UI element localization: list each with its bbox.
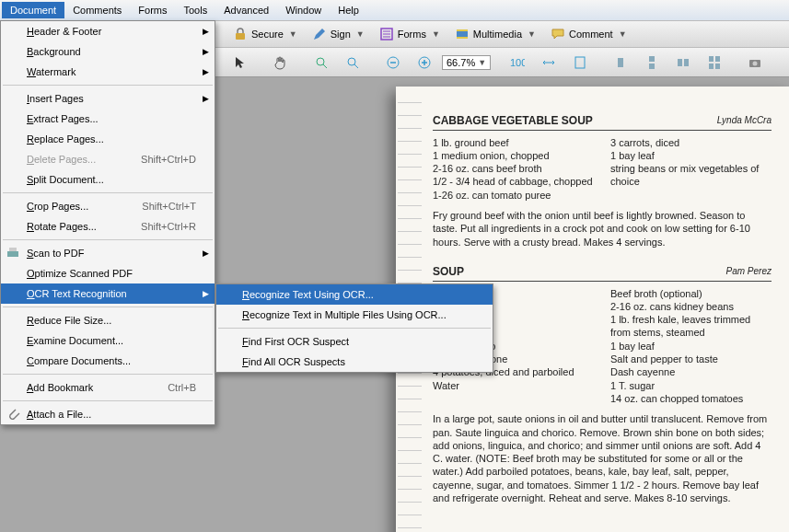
zoom-in[interactable] — [411, 52, 438, 74]
ingredient-line: 2-16 oz. cans kidney beans — [610, 300, 772, 313]
sign-button[interactable]: Sign▼ — [306, 23, 371, 45]
document-menu-item-10[interactable]: Crop Pages...Shift+Ctrl+T — [1, 196, 215, 216]
document-menu-item-2[interactable]: Watermark▶ — [1, 62, 215, 82]
ocr-menu-item-1[interactable]: Recognize Text in Multiple Files Using O… — [216, 305, 493, 325]
ingredient-line: 1/2 - 3/4 head of cabbage, chopped — [433, 175, 594, 188]
comment-button[interactable]: Comment▼ — [544, 23, 633, 45]
document-menu-item-11[interactable]: Rotate Pages...Shift+Ctrl+R — [1, 216, 215, 237]
menu-item-label: Examine Document... — [27, 335, 123, 346]
zoom-dynamic[interactable] — [339, 52, 366, 74]
minus-icon — [386, 55, 400, 70]
view-cont-facing[interactable] — [701, 52, 728, 74]
menu-help[interactable]: Help — [330, 2, 367, 18]
menu-advanced[interactable]: Advanced — [215, 2, 277, 18]
menu-item-label: Optimize Scanned PDF — [27, 268, 133, 279]
bubble-icon — [551, 27, 565, 41]
ingredient-line: 14 oz. can chopped tomatoes — [610, 392, 772, 405]
svg-line-11 — [354, 64, 358, 68]
ocr-menu-item-3[interactable]: Find First OCR Suspect — [216, 331, 493, 352]
document-menu-item-14[interactable]: Optimize Scanned PDF — [1, 263, 215, 283]
ingredient-line: 1 lb. fresh kale, leaves trimmed from st… — [610, 313, 772, 340]
fit-width[interactable] — [535, 52, 563, 74]
menu-item-label: Recognize Text Using OCR... — [242, 289, 374, 300]
document-menu-item-21[interactable]: Add BookmarkCtrl+B — [1, 377, 215, 398]
document-menu-item-1[interactable]: Background▶ — [1, 41, 215, 62]
zoom-input[interactable]: 66.7% ▼ — [442, 55, 491, 70]
ocr-menu-item-0[interactable]: Recognize Text Using OCR... — [216, 284, 493, 305]
film-icon — [455, 27, 470, 41]
svg-point-10 — [348, 58, 355, 65]
chevron-down-icon: ▼ — [478, 58, 486, 67]
svg-text:100: 100 — [510, 57, 525, 68]
document-menu-item-5[interactable]: Extract Pages... — [1, 109, 215, 129]
menu-forms[interactable]: Forms — [130, 2, 175, 18]
document-menu-item-18[interactable]: Examine Document... — [1, 330, 215, 351]
menu-item-label: OCR Text Recognition — [27, 288, 127, 299]
document-menu-item-15[interactable]: OCR Text Recognition▶ — [1, 283, 215, 304]
recipe1-title: CABBAGE VEGETABLE SOUP — [433, 114, 593, 129]
view-cont[interactable] — [638, 52, 666, 74]
secure-button[interactable]: Secure▼ — [226, 23, 304, 45]
svg-rect-6 — [457, 29, 468, 31]
menu-item-label: Recognize Text in Multiple Files Using O… — [242, 309, 447, 320]
camera-icon — [748, 55, 762, 70]
menu-separator — [3, 85, 213, 86]
submenu-arrow-icon: ▶ — [203, 27, 209, 36]
menu-item-label: Find First OCR Suspect — [242, 336, 349, 347]
ocr-submenu: Recognize Text Using OCR...Recognize Tex… — [215, 283, 493, 373]
scanner-icon — [6, 246, 20, 260]
snapshot-tool[interactable] — [741, 52, 769, 74]
document-menu-item-4[interactable]: Insert Pages▶ — [1, 88, 215, 109]
ocr-menu-item-4[interactable]: Find All OCR Suspects — [216, 352, 493, 372]
recipe1-left-col: 1 lb. ground beef1 medium onion, chopped… — [433, 136, 594, 202]
fit-100[interactable]: 100 — [504, 52, 531, 74]
view-facing[interactable] — [669, 52, 697, 74]
menu-comments[interactable]: Comments — [64, 2, 130, 18]
bookmark-tool[interactable] — [782, 52, 789, 74]
zoom-out[interactable] — [379, 52, 407, 74]
multimedia-button[interactable]: Multimedia▼ — [448, 23, 542, 45]
document-menu-item-8[interactable]: Split Document... — [1, 169, 215, 190]
document-menu-item-13[interactable]: Scan to PDF▶ — [1, 243, 215, 263]
select-tool[interactable] — [226, 52, 254, 74]
fit-width-icon — [541, 55, 556, 70]
svg-point-8 — [317, 58, 324, 65]
svg-rect-19 — [618, 58, 623, 67]
shortcut-label: Shift+Ctrl+D — [141, 154, 196, 165]
forms-button[interactable]: Forms▼ — [373, 23, 447, 45]
lock-icon — [233, 27, 248, 41]
hand-tool[interactable] — [267, 52, 295, 74]
fit-page[interactable] — [566, 52, 594, 74]
ingredient-line: 1 bay leaf — [610, 340, 772, 353]
document-menu-item-0[interactable]: Header & Footer▶ — [1, 21, 215, 41]
document-menu-item-19[interactable]: Compare Documents... — [1, 351, 215, 371]
document-menu-item-17[interactable]: Reduce File Size... — [1, 310, 215, 330]
document-menu-item-23[interactable]: Attach a File... — [1, 404, 215, 424]
svg-point-29 — [753, 61, 758, 65]
menu-item-label: Scan to PDF — [27, 248, 84, 259]
menu-separator — [3, 239, 213, 240]
recipe1-instructions: Fry ground beef with the onion until bee… — [433, 209, 772, 249]
menu-document[interactable]: Document — [2, 2, 64, 18]
menu-separator — [218, 328, 491, 329]
recipe2-author: Pam Perez — [726, 265, 772, 280]
menu-separator — [3, 374, 213, 375]
marquee-zoom[interactable] — [307, 52, 335, 74]
menu-tools[interactable]: Tools — [176, 2, 216, 18]
menu-window[interactable]: Window — [277, 2, 330, 18]
svg-rect-25 — [715, 56, 720, 62]
single-page-icon — [613, 55, 628, 70]
fit-page-icon — [573, 55, 587, 70]
cursor-icon — [233, 55, 248, 70]
ingredient-line: Water — [433, 379, 594, 392]
submenu-arrow-icon: ▶ — [203, 289, 209, 298]
submenu-arrow-icon: ▶ — [203, 249, 209, 258]
view-single[interactable] — [607, 52, 634, 74]
ingredient-line: 1 bay leaf — [610, 149, 772, 162]
plus-icon — [417, 55, 432, 70]
hand-icon — [273, 55, 288, 70]
pen-icon — [312, 27, 327, 41]
document-menu-item-6[interactable]: Replace Pages... — [1, 129, 215, 149]
svg-rect-0 — [236, 33, 245, 40]
menu-separator — [3, 306, 213, 307]
